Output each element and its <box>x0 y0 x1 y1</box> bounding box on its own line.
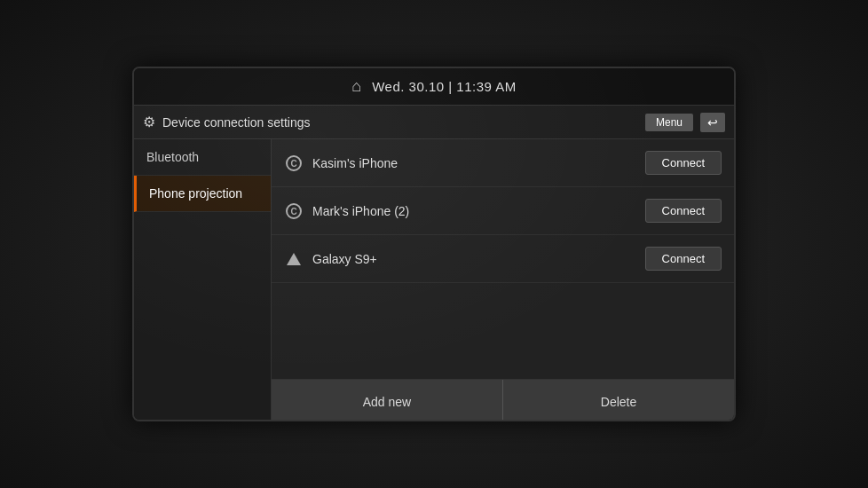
device-item: Galaxy S9+ Connect <box>272 235 734 283</box>
back-button[interactable]: ↩ <box>700 113 725 132</box>
main-content: Bluetooth Phone projection Kasim's iPhon… <box>134 139 734 421</box>
sidebar: Bluetooth Phone projection <box>134 139 272 421</box>
device-list: Kasim's iPhone Connect Mark's iPhone (2)… <box>272 139 734 421</box>
infotainment-screen: ⌂ Wed. 30.10 | 11:39 AM ⚙ Device connect… <box>132 67 736 421</box>
device-item: Kasim's iPhone Connect <box>272 139 734 187</box>
settings-icon: ⚙ <box>143 114 155 130</box>
status-bar: ⌂ Wed. 30.10 | 11:39 AM <box>134 68 734 106</box>
device-name: Galaxy S9+ <box>312 252 636 266</box>
sidebar-item-phone-projection[interactable]: Phone projection <box>134 176 271 212</box>
connect-button-kasims-iphone[interactable]: Connect <box>645 151 722 175</box>
carplay-icon <box>284 202 304 219</box>
bottom-action-bar: Add new Delete <box>272 379 734 421</box>
device-name: Kasim's iPhone <box>312 156 636 170</box>
sidebar-item-bluetooth[interactable]: Bluetooth <box>134 139 271 176</box>
device-item: Mark's iPhone (2) Connect <box>272 187 734 235</box>
delete-button[interactable]: Delete <box>503 380 734 421</box>
page-title: Device connection settings <box>162 115 638 130</box>
carplay-icon <box>284 154 304 171</box>
connect-button-marks-iphone[interactable]: Connect <box>645 199 722 223</box>
car-surround: ⌂ Wed. 30.10 | 11:39 AM ⚙ Device connect… <box>0 0 868 488</box>
list-spacer <box>272 283 734 379</box>
device-name: Mark's iPhone (2) <box>312 204 636 218</box>
menu-button[interactable]: Menu <box>645 114 693 131</box>
home-icon[interactable]: ⌂ <box>351 77 361 96</box>
add-new-button[interactable]: Add new <box>272 380 503 421</box>
datetime-display: Wed. 30.10 | 11:39 AM <box>372 79 517 94</box>
header-bar: ⚙ Device connection settings Menu ↩ <box>134 106 734 139</box>
android-auto-icon <box>284 251 304 267</box>
connect-button-galaxy[interactable]: Connect <box>645 247 722 271</box>
